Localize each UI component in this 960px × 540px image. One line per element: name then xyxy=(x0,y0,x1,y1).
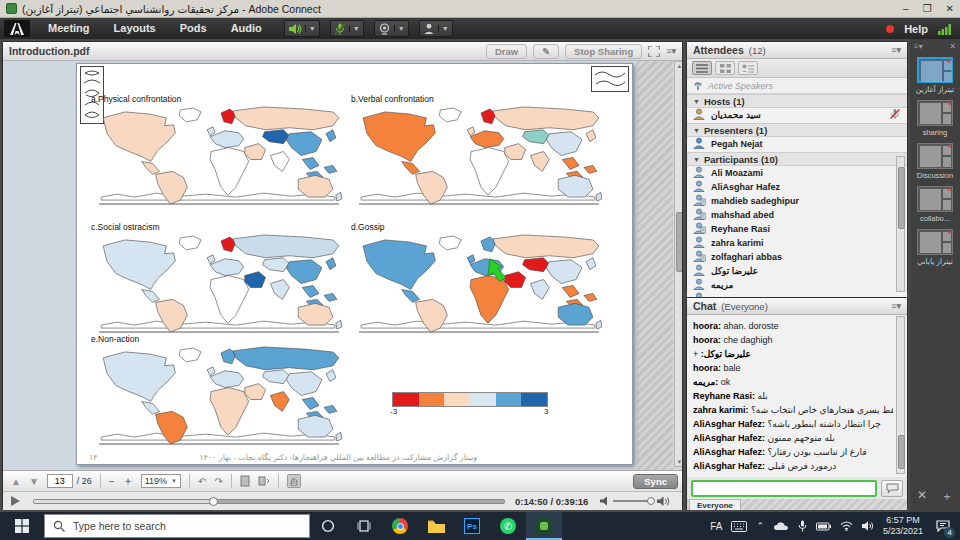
minimize-button[interactable]: – xyxy=(903,3,909,14)
layout-thumbnail[interactable]: تيتراز آغازين xyxy=(910,57,960,94)
maximize-button[interactable]: ❐ xyxy=(923,3,932,14)
chat-scroll-thumb[interactable] xyxy=(898,435,905,469)
everyone-tab[interactable]: Everyone xyxy=(689,499,741,510)
stop-sharing-button[interactable]: Stop Sharing xyxy=(565,44,642,59)
share-pod-menu-icon[interactable]: ≡▾ xyxy=(666,46,676,56)
draw-button[interactable]: Draw xyxy=(486,44,527,59)
input-language-indicator[interactable]: FA xyxy=(710,521,722,532)
action-center-button[interactable]: 4 xyxy=(932,515,954,537)
menu-pods[interactable]: Pods xyxy=(168,18,219,39)
volume-low-icon[interactable] xyxy=(600,496,609,506)
collapse-triangle-icon[interactable]: ▼ xyxy=(693,127,700,134)
close-button[interactable]: ✕ xyxy=(946,3,954,14)
chat-message-input[interactable] xyxy=(691,480,877,497)
scroll-down-arrow[interactable]: ▼ xyxy=(675,459,682,465)
status-button[interactable]: ▼ xyxy=(419,20,453,37)
chat-scrollbar[interactable] xyxy=(896,316,905,474)
speaker-tray-icon[interactable] xyxy=(862,521,874,531)
pdf-scroll-thumb[interactable] xyxy=(676,212,682,272)
speaker-button[interactable]: ▼ xyxy=(284,20,320,37)
fit-width-button[interactable] xyxy=(258,475,270,487)
hosts-section-header[interactable]: ▼ Hosts (1) xyxy=(687,94,907,108)
delete-layout-icon[interactable]: ✕ xyxy=(917,488,927,505)
sync-button[interactable]: Sync xyxy=(633,474,678,489)
attendee-row[interactable]: عليرضا توكل xyxy=(687,264,907,278)
microphone-dropdown-arrow[interactable]: ▼ xyxy=(349,25,360,32)
collapse-triangle-icon[interactable]: ▼ xyxy=(693,98,700,105)
rotate-right-button[interactable]: ↷ xyxy=(214,476,222,487)
microphone-tray-icon[interactable] xyxy=(798,520,807,532)
scroll-up-arrow[interactable]: ▲ xyxy=(675,63,682,69)
status-dropdown-arrow[interactable]: ▼ xyxy=(438,25,449,32)
attendee-list-view-button[interactable] xyxy=(692,61,712,75)
send-message-button[interactable] xyxy=(881,480,903,497)
keyboard-icon[interactable] xyxy=(731,521,747,532)
layouts-close-icon[interactable]: ✕ xyxy=(949,42,956,51)
layout-thumbnail[interactable]: collabo... xyxy=(910,186,960,223)
file-explorer-icon[interactable] xyxy=(418,512,454,540)
rotate-left-button[interactable]: ↶ xyxy=(198,476,206,487)
attendee-row[interactable]: zolfaghari abbas xyxy=(687,250,907,264)
menu-audio[interactable]: Audio xyxy=(219,18,274,39)
next-page-button[interactable]: ▼ xyxy=(29,476,39,487)
battery-icon[interactable] xyxy=(816,522,831,531)
pdf-scrollbar[interactable]: ▲ ▼ xyxy=(674,61,682,467)
playback-progress-handle[interactable] xyxy=(209,497,218,506)
attendee-row[interactable]: مريمه xyxy=(687,278,907,292)
onedrive-cloud-icon[interactable] xyxy=(773,521,789,531)
volume-high-icon[interactable] xyxy=(657,496,670,507)
speaker-dropdown-arrow[interactable]: ▼ xyxy=(305,25,316,32)
attendee-row[interactable]: سيد محمديان xyxy=(687,108,907,122)
play-button[interactable] xyxy=(9,495,21,507)
webcam-dropdown-arrow[interactable]: ▼ xyxy=(394,25,405,32)
taskbar-clock[interactable]: 6:57 PM 5/23/2021 xyxy=(883,515,923,537)
attendees-scrollbar[interactable] xyxy=(896,156,905,292)
adobe-connect-taskbar-icon[interactable] xyxy=(526,512,562,540)
attendee-row[interactable]: zahra karimi xyxy=(687,236,907,250)
whatsapp-icon[interactable]: ✆ xyxy=(490,512,526,540)
menu-layouts[interactable]: Layouts xyxy=(102,18,168,39)
webcam-button[interactable]: ▼ xyxy=(374,20,409,37)
menu-help[interactable]: Help xyxy=(904,23,928,35)
zoom-in-button[interactable]: ＋ xyxy=(123,474,133,488)
chrome-icon[interactable] xyxy=(382,512,418,540)
zoom-out-button[interactable]: − xyxy=(109,476,115,487)
layout-thumbnail[interactable]: Discussion xyxy=(910,143,960,180)
microphone-button[interactable]: ▼ xyxy=(330,20,364,37)
attendees-pod-menu-icon[interactable]: ≡▾ xyxy=(891,45,901,55)
fullscreen-icon[interactable] xyxy=(648,46,660,57)
connection-signal-icon[interactable] xyxy=(938,23,952,35)
hand-tool-button[interactable] xyxy=(287,474,301,488)
layout-thumbnail[interactable]: sharing xyxy=(910,100,960,137)
taskbar-search-box[interactable]: Type here to search xyxy=(44,514,310,538)
collapse-triangle-icon[interactable]: ▼ xyxy=(693,156,700,163)
attendee-grid-view-button[interactable] xyxy=(715,61,735,75)
hidden-icons-chevron[interactable]: ⌃ xyxy=(756,521,764,531)
wifi-icon[interactable] xyxy=(840,521,853,531)
attendee-row[interactable]: mahshad abed xyxy=(687,208,907,222)
participants-section-header[interactable]: ▼ Participants (10) xyxy=(687,152,907,166)
attendee-row[interactable]: Pegah Nejat xyxy=(687,137,907,151)
chat-pod-menu-icon[interactable]: ≡▾ xyxy=(891,301,901,311)
attendee-row[interactable]: Ali Moazami xyxy=(687,166,907,180)
presenters-section-header[interactable]: ▼ Presenters (1) xyxy=(687,123,907,137)
volume-slider[interactable] xyxy=(613,500,653,502)
menu-meeting[interactable]: Meeting xyxy=(36,18,102,39)
page-number-input[interactable] xyxy=(47,474,73,488)
start-button[interactable] xyxy=(0,512,44,540)
attendee-row[interactable]: Reyhane Rasi xyxy=(687,222,907,236)
attendee-row[interactable]: AliAsghar Hafez xyxy=(687,180,907,194)
layout-thumbnail[interactable]: تيتراز پاياني xyxy=(910,229,960,266)
task-view-button[interactable] xyxy=(346,512,382,540)
attendees-scroll-thumb[interactable] xyxy=(898,167,905,229)
previous-page-button[interactable]: ▲ xyxy=(11,476,21,487)
playback-progress-track[interactable] xyxy=(33,499,505,504)
volume-handle[interactable] xyxy=(647,497,655,505)
fit-page-button[interactable] xyxy=(240,475,250,487)
attendee-status-view-button[interactable] xyxy=(738,61,758,75)
layouts-menu-icon[interactable]: ≡▾ xyxy=(914,42,923,51)
attendee-row[interactable]: mahdieb sadeghipur xyxy=(687,194,907,208)
zoom-level-select[interactable]: 119% ▼ xyxy=(141,474,181,488)
share-tab-title[interactable]: Introduction.pdf xyxy=(9,45,89,57)
pen-tool-button[interactable]: ✎ xyxy=(533,44,559,59)
